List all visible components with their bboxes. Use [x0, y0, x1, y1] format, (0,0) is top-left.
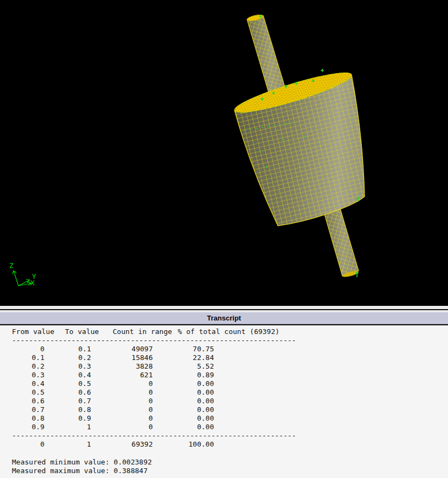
cell-to: 0.7: [64, 397, 112, 405]
cell-count: 49097: [112, 345, 177, 353]
separator-dashes: ----------------------------------------…: [11, 336, 301, 345]
separator-row: ----------------------------------------…: [11, 431, 301, 440]
cell-from: 0.9: [11, 423, 64, 431]
cell-count: 0: [112, 405, 177, 414]
table-row: 0.7 0.8 0 0.00: [11, 405, 301, 414]
cell-to: 0.5: [64, 379, 112, 388]
cell-to: 0.4: [64, 371, 112, 379]
col-header-count: Count in range: [112, 328, 177, 336]
viewport-canvas[interactable]: Z Y X: [0, 0, 448, 306]
separator-dashes: ----------------------------------------…: [11, 431, 301, 440]
cell-percent: 0.89: [177, 371, 301, 379]
cell-from: 0.4: [11, 379, 64, 388]
cell-percent: 22.84: [177, 353, 301, 362]
table-row: 0.8 0.9 0 0.00: [11, 414, 301, 423]
cell-percent: 0.00: [177, 414, 301, 423]
measured-minimum-value: 0.0023892: [114, 458, 152, 466]
measured-maximum-line: Measured maximum value: 0.388847: [12, 467, 448, 475]
cell-to: 0.8: [64, 405, 112, 414]
transcript-panel: From value To value Count in range % of …: [0, 325, 448, 478]
col-header-percent: % of total count (69392): [177, 328, 301, 336]
cell-to: 0.3: [64, 362, 112, 371]
table-row: 0.9 1 0 0.00: [11, 423, 301, 431]
cell-from: 0.6: [11, 397, 64, 405]
cell-count: 0: [112, 379, 177, 388]
cell-to: 0.6: [64, 388, 112, 397]
transcript-titlebar[interactable]: Transcript: [0, 312, 448, 324]
table-header-row: From value To value Count in range % of …: [11, 328, 301, 336]
cell-percent: 0.00: [177, 397, 301, 405]
table-row: 0.2 0.3 3828 5.52: [11, 362, 301, 371]
measured-minimum-line: Measured minimum value: 0.0023892: [12, 458, 448, 467]
transcript-title: Transcript: [207, 314, 241, 322]
cell-count: 621: [112, 371, 177, 379]
cell-count: 3828: [112, 362, 177, 371]
histogram-table: From value To value Count in range % of …: [11, 328, 301, 449]
table-row: 0.5 0.6 0 0.00: [11, 388, 301, 397]
cell-from: 0.5: [11, 388, 64, 397]
measured-maximum-label: Measured maximum value:: [12, 467, 109, 475]
application-window: Z Y X Transcript From value To value Cou…: [0, 0, 448, 478]
cell-from: 0.3: [11, 371, 64, 379]
cell-count: 0: [112, 388, 177, 397]
measured-maximum-value: 0.388847: [114, 467, 148, 475]
cell-to: 0.1: [64, 345, 112, 353]
cell-to: 1: [64, 440, 112, 449]
axis-z-label: Z: [9, 261, 14, 270]
cell-count: 15846: [112, 353, 177, 362]
cell-to: 1: [64, 423, 112, 431]
cell-percent: 0.00: [177, 405, 301, 414]
cell-percent: 0.00: [177, 379, 301, 388]
cell-from: 0.8: [11, 414, 64, 423]
cell-from: 0.7: [11, 405, 64, 414]
total-row: 0 1 69392 100.00: [11, 440, 301, 449]
cell-from: 0.2: [11, 362, 64, 371]
viewport-3d[interactable]: Z Y X: [0, 0, 448, 306]
cell-percent: 5.52: [177, 362, 301, 371]
measured-minimum-label: Measured minimum value:: [12, 458, 109, 466]
col-header-from: From value: [11, 328, 64, 336]
axis-x-label: X: [30, 279, 35, 287]
cell-count: 69392: [112, 440, 177, 449]
cell-count: 0: [112, 397, 177, 405]
measured-values: Measured minimum value: 0.0023892 Measur…: [12, 458, 448, 475]
cell-count: 0: [112, 414, 177, 423]
table-row: 0.6 0.7 0 0.00: [11, 397, 301, 405]
cell-from: 0: [11, 440, 64, 449]
cell-to: 0.9: [64, 414, 112, 423]
cell-to: 0.2: [64, 353, 112, 362]
cell-from: 0: [11, 345, 64, 353]
table-row: 0.1 0.2 15846 22.84: [11, 353, 301, 362]
cell-from: 0.1: [11, 353, 64, 362]
cell-percent: 0.00: [177, 388, 301, 397]
separator-row: ----------------------------------------…: [11, 336, 301, 345]
cell-percent: 0.00: [177, 423, 301, 431]
col-header-to: To value: [64, 328, 112, 336]
cell-count: 0: [112, 423, 177, 431]
table-row: 0.4 0.5 0 0.00: [11, 379, 301, 388]
table-row: 0 0.1 49097 70.75: [11, 345, 301, 353]
table-row: 0.3 0.4 621 0.89: [11, 371, 301, 379]
cell-percent: 70.75: [177, 345, 301, 353]
cell-percent: 100.00: [177, 440, 301, 449]
viewport-background: [0, 0, 448, 306]
